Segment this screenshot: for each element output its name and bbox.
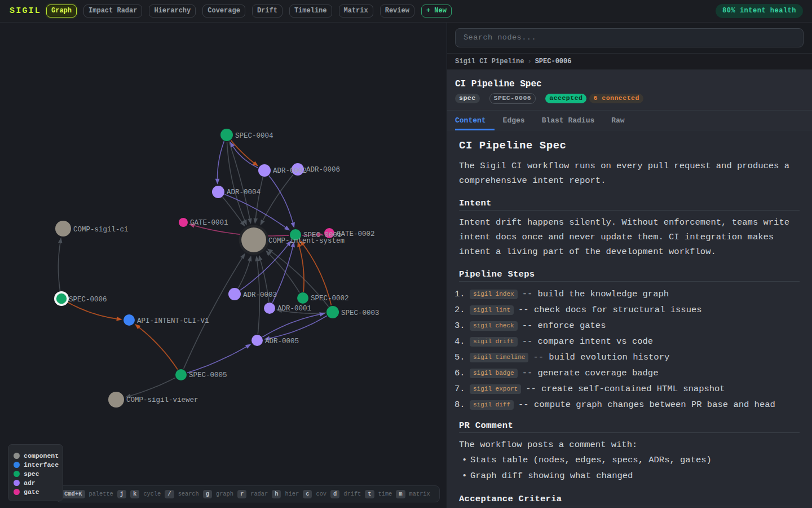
svg-text:ADR-0006: ADR-0006 <box>306 166 340 174</box>
svg-text:SPEC-0002: SPEC-0002 <box>311 295 349 303</box>
svg-text:ADR-0002: ADR-0002 <box>273 167 307 175</box>
svg-text:GATE-0002: GATE-0002 <box>337 230 375 238</box>
svg-text:SPEC-0004: SPEC-0004 <box>235 132 273 140</box>
svg-text:SPEC-0005: SPEC-0005 <box>189 371 227 379</box>
svg-text:ADR-0001: ADR-0001 <box>277 305 311 313</box>
svg-text:ADR-0004: ADR-0004 <box>227 189 261 196</box>
svg-text:API-INTENT-CLI-V1: API-INTENT-CLI-V1 <box>137 317 209 325</box>
svg-text:SPEC-0001: SPEC-0001 <box>303 231 342 239</box>
svg-text:COMP-sigil-viewer: COMP-sigil-viewer <box>126 396 198 404</box>
svg-text:ADR-0005: ADR-0005 <box>265 338 299 345</box>
svg-text:SPEC-0006: SPEC-0006 <box>69 296 107 304</box>
svg-text:ADR-0003: ADR-0003 <box>243 291 277 299</box>
svg-text:GATE-0001: GATE-0001 <box>190 219 228 227</box>
svg-text:COMP-sigil-ci: COMP-sigil-ci <box>73 226 129 234</box>
svg-text:SPEC-0003: SPEC-0003 <box>341 309 379 317</box>
